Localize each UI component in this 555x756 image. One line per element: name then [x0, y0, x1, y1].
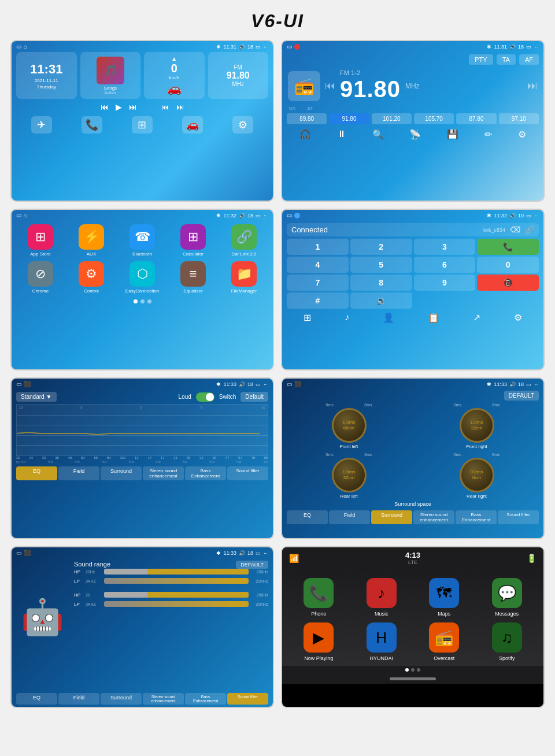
- cp-overcast-app[interactable]: 📻 Overcast: [416, 622, 473, 661]
- nav-settings-icon[interactable]: ⚙: [232, 116, 253, 134]
- lp1-slider[interactable]: [104, 578, 249, 584]
- key-9[interactable]: 9: [414, 275, 476, 291]
- sur-tab-filter[interactable]: Sound filter: [498, 510, 539, 524]
- delete-icon[interactable]: ⌫: [510, 225, 520, 234]
- cp-maps-app[interactable]: 🗺 Maps: [416, 578, 473, 617]
- af-button[interactable]: AF: [519, 54, 539, 65]
- key-hash[interactable]: #: [287, 292, 349, 309]
- cp-messages-app[interactable]: 💬 Messages: [479, 578, 536, 617]
- preset-6[interactable]: 97.10: [499, 113, 539, 124]
- key-5[interactable]: 5: [350, 257, 412, 273]
- eq-preset-selector[interactable]: Standard ▼: [16, 392, 57, 402]
- home-indicator[interactable]: [390, 677, 436, 680]
- preset-3[interactable]: 101.20: [372, 113, 412, 124]
- eq-tab-field[interactable]: Field: [58, 466, 99, 480]
- play-icon[interactable]: ▶: [116, 102, 122, 112]
- preset-2[interactable]: 91.80: [329, 113, 369, 124]
- calculator-item[interactable]: ⊞ Calculator: [170, 224, 216, 257]
- loud-toggle[interactable]: [196, 392, 214, 402]
- s7-tab-sur[interactable]: Surround: [101, 693, 142, 705]
- contact-icon[interactable]: 👤: [383, 312, 394, 323]
- ta-button[interactable]: TA: [497, 54, 516, 65]
- s7-tab-eq[interactable]: EQ: [16, 693, 57, 705]
- s7-tab-stereo[interactable]: Stereo sound enhancement: [143, 693, 184, 705]
- edit-icon[interactable]: ✏: [484, 129, 492, 140]
- rear-left-knob[interactable]: 1.0ms32cm: [332, 458, 367, 492]
- eq-default-button[interactable]: Default: [240, 392, 268, 402]
- sur-tab-surround[interactable]: Surround: [371, 510, 412, 524]
- nav-phone-icon[interactable]: 📞: [82, 116, 102, 134]
- bluetooth-item[interactable]: ☎ Bluetooth: [119, 224, 165, 257]
- screen-apps: ▭ ⌂ ✱ 11:32 🔊 18 ▭ ← ⊞ App Store: [10, 209, 274, 370]
- key-2[interactable]: 2: [350, 239, 412, 255]
- key-vol-down[interactable]: 🔉: [350, 292, 412, 309]
- music-controls: ⏮ ▶ ⏭ ⏮ ⏭: [12, 101, 273, 113]
- settings-icon-fm[interactable]: ⚙: [518, 129, 526, 140]
- front-right-knob[interactable]: 1.0ms32cm: [460, 408, 494, 443]
- lp2-slider[interactable]: [104, 601, 249, 607]
- cp-nowplaying-app[interactable]: ▶ Now Playing: [290, 622, 347, 661]
- cp-music-app[interactable]: ♪ Music: [353, 578, 410, 617]
- nav-send-icon[interactable]: ✈: [31, 116, 52, 134]
- key-7[interactable]: 7: [287, 275, 349, 291]
- key-8[interactable]: 8: [350, 275, 412, 291]
- dialpad-icon[interactable]: ⊞: [304, 312, 311, 323]
- toggle-icon[interactable]: ⏸: [337, 129, 346, 140]
- eq-tab-eq[interactable]: EQ: [16, 466, 57, 480]
- end-key[interactable]: 📵: [477, 275, 539, 291]
- call-key[interactable]: 📞: [477, 239, 539, 255]
- key-0[interactable]: 0: [477, 257, 539, 273]
- sur-tab-bass[interactable]: Bass Enhancement: [456, 510, 497, 524]
- key-1[interactable]: 1: [287, 239, 349, 255]
- nav-car-icon[interactable]: 🚗: [182, 116, 203, 134]
- chrome-item[interactable]: ⊘ Chrome: [17, 261, 64, 294]
- front-left-knob[interactable]: 1.0ms68cm: [332, 408, 367, 443]
- cp-spotify-app[interactable]: ♫ Spotify: [479, 622, 536, 661]
- nav-apps-icon[interactable]: ⊞: [132, 116, 153, 134]
- next-icon[interactable]: ⏭: [129, 102, 137, 112]
- call-log-icon[interactable]: 📋: [428, 312, 439, 323]
- control-item[interactable]: ⚙ Control: [68, 261, 114, 294]
- sur-tab-field[interactable]: Field: [329, 510, 370, 524]
- eq-tab-bass[interactable]: Bass Enhancement: [185, 466, 226, 480]
- equalizer-item[interactable]: ≡ Equalizer: [170, 261, 216, 294]
- save-icon[interactable]: 💾: [447, 129, 458, 140]
- s7-tab-filter[interactable]: Sound filter: [227, 693, 268, 705]
- sur-tab-stereo[interactable]: Stereo sound enhancement: [413, 510, 454, 524]
- next-track-icon[interactable]: ⏭: [527, 80, 538, 92]
- filemanager-item[interactable]: 📁 FileManager: [221, 261, 267, 294]
- fm-next-icon[interactable]: ⏭: [176, 102, 184, 112]
- share-icon-kp[interactable]: ↗: [473, 312, 480, 323]
- key-6[interactable]: 6: [414, 257, 476, 273]
- eq-tab-stereo[interactable]: Stereo sound enhancement: [143, 466, 184, 480]
- sur-tab-eq[interactable]: EQ: [287, 510, 328, 524]
- surround-default-button[interactable]: DEFAULT: [504, 391, 539, 401]
- s7-tab-field[interactable]: Field: [58, 693, 99, 705]
- prev-icon[interactable]: ⏮: [101, 102, 109, 112]
- search-icon[interactable]: 🔍: [372, 129, 384, 140]
- preset-4[interactable]: 105.70: [414, 113, 454, 124]
- key-3[interactable]: 3: [414, 239, 476, 255]
- preset-1[interactable]: 89.80: [287, 113, 327, 124]
- fm-prev-icon[interactable]: ⏮: [161, 102, 169, 112]
- sr-default-button[interactable]: DEFAULT: [236, 561, 268, 569]
- cp-phone-app[interactable]: 📞 Phone: [290, 578, 347, 617]
- eq-switch-label[interactable]: Switch: [219, 394, 236, 400]
- hp1-slider[interactable]: [104, 569, 249, 575]
- eq-tab-filter[interactable]: Sound filter: [227, 466, 268, 480]
- carlink-item[interactable]: 🔗 Car Link 2.0: [221, 224, 267, 257]
- cp-hyundai-app[interactable]: H HYUNDAI: [353, 622, 410, 661]
- music-icon-kp[interactable]: ♪: [345, 312, 349, 323]
- preset-5[interactable]: 87.80: [456, 113, 496, 124]
- prev-track-icon[interactable]: ⏮: [325, 80, 335, 92]
- easyconn-item[interactable]: ⬡ EasyConnection: [119, 261, 165, 294]
- aux-item[interactable]: ⚡ AUX: [68, 224, 114, 257]
- eq-tab-surround[interactable]: Surround: [101, 466, 142, 480]
- pty-button[interactable]: PTY: [469, 54, 493, 65]
- s7-tab-bass[interactable]: Bass Enhancement: [185, 693, 226, 705]
- rear-right-knob[interactable]: 0.0ms0cm: [460, 458, 494, 492]
- hp2-slider[interactable]: [104, 592, 249, 598]
- key-4[interactable]: 4: [287, 257, 349, 273]
- settings-icon-kp[interactable]: ⚙: [514, 312, 522, 323]
- app-store-item[interactable]: ⊞ App Store: [17, 224, 64, 257]
